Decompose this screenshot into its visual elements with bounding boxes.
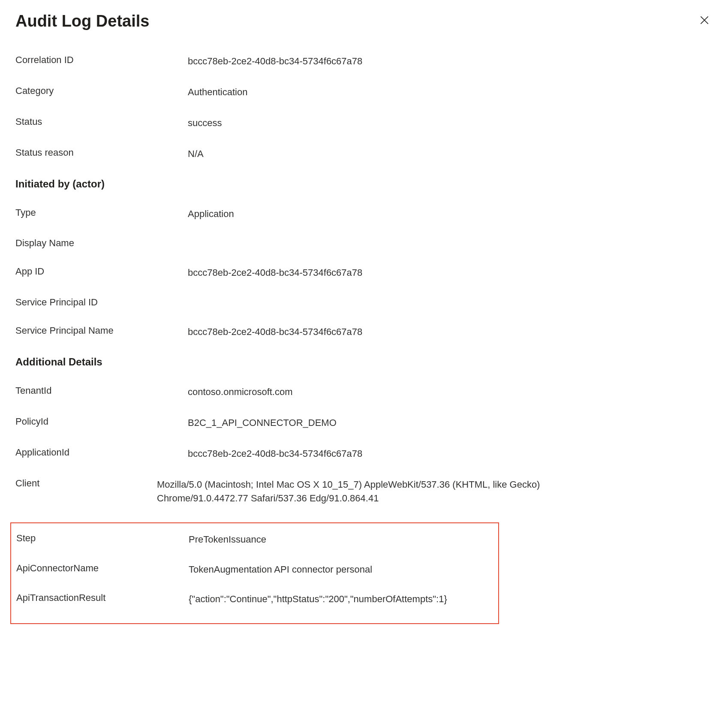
field-label: Correlation ID	[15, 54, 188, 66]
field-row-tenantid: TenantId contoso.onmicrosoft.com	[15, 385, 713, 399]
field-label: Status	[15, 116, 188, 127]
field-label: App ID	[15, 266, 188, 277]
field-row-status: Status success	[15, 116, 713, 130]
field-row-client: Client Mozilla/5.0 (Macintosh; Intel Mac…	[15, 478, 713, 505]
field-value: Authentication	[188, 85, 247, 99]
section-heading-initiated-by: Initiated by (actor)	[15, 178, 713, 190]
field-row-service-principal-name: Service Principal Name bccc78eb-2ce2-40d…	[15, 325, 713, 339]
field-row-display-name: Display Name	[15, 238, 713, 249]
field-row-app-id: App ID bccc78eb-2ce2-40d8-bc34-5734f6c67…	[15, 266, 713, 280]
field-row-applicationid: ApplicationId bccc78eb-2ce2-40d8-bc34-57…	[15, 447, 713, 461]
field-label: ApplicationId	[15, 447, 188, 458]
field-label: Category	[15, 85, 188, 97]
field-value: Application	[188, 207, 234, 221]
additional-details-section: TenantId contoso.onmicrosoft.com PolicyI…	[15, 385, 713, 624]
section-heading-additional-details: Additional Details	[15, 356, 713, 368]
field-value: bccc78eb-2ce2-40d8-bc34-5734f6c67a78	[188, 266, 362, 280]
field-label: PolicyId	[15, 416, 188, 427]
top-section: Correlation ID bccc78eb-2ce2-40d8-bc34-5…	[15, 54, 713, 161]
field-row-status-reason: Status reason N/A	[15, 147, 713, 161]
field-row-service-principal-id: Service Principal ID	[15, 297, 713, 308]
field-row-apitransactionresult: ApiTransactionResult {"action":"Continue…	[16, 592, 493, 606]
field-value: success	[188, 116, 222, 130]
field-value: contoso.onmicrosoft.com	[188, 385, 293, 399]
page-title: Audit Log Details	[15, 12, 149, 30]
field-label: Type	[15, 207, 188, 218]
initiated-by-section: Type Application Display Name App ID bcc…	[15, 207, 713, 339]
field-value: bccc78eb-2ce2-40d8-bc34-5734f6c67a78	[188, 54, 362, 68]
field-label: Step	[16, 533, 189, 544]
field-label: ApiConnectorName	[16, 563, 189, 574]
field-value: B2C_1_API_CONNECTOR_DEMO	[188, 416, 337, 430]
close-icon	[699, 21, 710, 27]
field-row-policyid: PolicyId B2C_1_API_CONNECTOR_DEMO	[15, 416, 713, 430]
field-label: Display Name	[15, 238, 188, 249]
field-row-correlation-id: Correlation ID bccc78eb-2ce2-40d8-bc34-5…	[15, 54, 713, 68]
field-label: Service Principal Name	[15, 325, 188, 336]
field-label: ApiTransactionResult	[16, 592, 189, 603]
field-value: Mozilla/5.0 (Macintosh; Intel Mac OS X 1…	[157, 478, 599, 505]
field-value: PreTokenIssuance	[189, 533, 266, 546]
field-row-apiconnectorname: ApiConnectorName TokenAugmentation API c…	[16, 563, 493, 576]
field-label: TenantId	[15, 385, 188, 396]
field-value: TokenAugmentation API connector personal	[189, 563, 372, 576]
field-row-step: Step PreTokenIssuance	[16, 533, 493, 546]
field-value: {"action":"Continue","httpStatus":"200",…	[189, 592, 447, 606]
field-value: bccc78eb-2ce2-40d8-bc34-5734f6c67a78	[188, 447, 362, 461]
field-value: N/A	[188, 147, 204, 161]
field-row-type: Type Application	[15, 207, 713, 221]
field-label: Status reason	[15, 147, 188, 158]
close-button[interactable]	[696, 12, 713, 29]
field-row-category: Category Authentication	[15, 85, 713, 99]
field-label: Service Principal ID	[15, 297, 188, 308]
highlighted-region: Step PreTokenIssuance ApiConnectorName T…	[10, 522, 499, 624]
field-value: bccc78eb-2ce2-40d8-bc34-5734f6c67a78	[188, 325, 362, 339]
field-label: Client	[15, 478, 157, 489]
